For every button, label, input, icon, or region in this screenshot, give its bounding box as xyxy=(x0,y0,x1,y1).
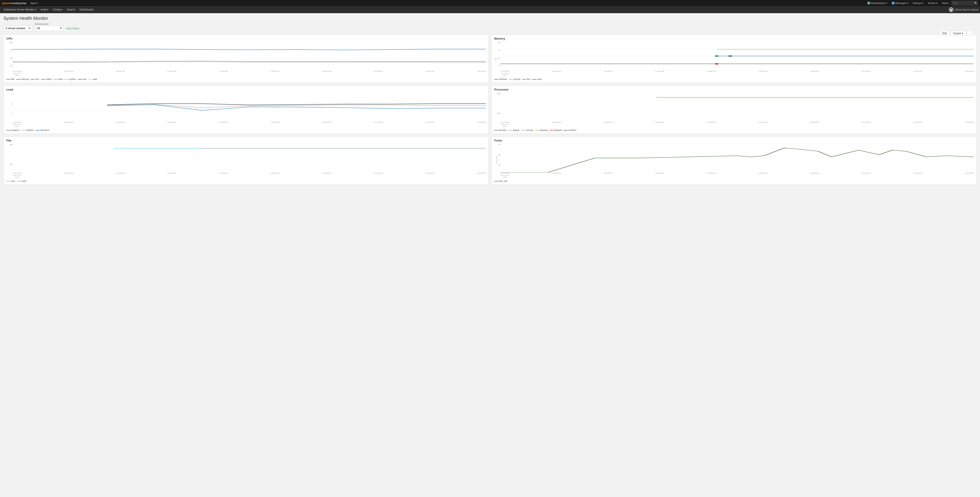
cpu-y-axis: 100755025 xyxy=(6,41,13,72)
load-chart-container: 432 xyxy=(6,92,486,128)
github-app-label: Github App for Splunk xyxy=(955,8,978,11)
search-nav[interactable]: Search xyxy=(65,7,77,13)
memory-chart-title: Memory xyxy=(494,37,974,40)
activity-menu[interactable]: Activity ▾ xyxy=(926,1,939,5)
cpu-legend: idle interrupt nice softirq steal system… xyxy=(6,78,486,80)
processes-legend: blocked paging running sleeping stopped … xyxy=(494,129,974,132)
action-buttons: Edit Export ▾ ... xyxy=(939,31,973,36)
edit-button[interactable]: Edit xyxy=(939,31,950,36)
time-filter-group: 5 minute window 15 minute window 30 minu… xyxy=(3,25,32,31)
svg-point-10 xyxy=(715,56,719,57)
processes-chart-container: 400200 1:37:30 PMThu Jul 152021 1:38:00 … xyxy=(494,92,974,128)
settings-chevron-icon: ▾ xyxy=(922,2,923,5)
memory-svg-area xyxy=(500,41,974,70)
administrator-label: Administrator xyxy=(871,2,885,5)
page-title: System Health Monitor xyxy=(3,16,977,21)
administrator-menu[interactable]: 1 Administrator ▾ xyxy=(865,1,889,5)
more-button[interactable]: ... xyxy=(967,31,973,36)
load-chart-title: Load xyxy=(6,88,486,91)
processes-chart-title: Processes xyxy=(494,88,974,91)
activity-chevron-icon: ▾ xyxy=(936,2,937,5)
forks-x-axis: 1:37:30 PMThu Jul 152021 1:38:00 PM 1:38… xyxy=(500,172,974,179)
file-chart-container: 4M2M 1:37:30 PMThu Jul 152021 1 xyxy=(6,143,486,179)
top-nav-right: 1 Administrator ▾ 2 Messages ▾ Settings … xyxy=(865,1,978,5)
second-navbar: Enterprise Server Monitor ▾ Audit ▾ Conf… xyxy=(0,6,980,13)
env-filter-label: Environment xyxy=(35,23,64,25)
help-label: Help xyxy=(942,2,947,5)
messages-chevron-icon: ▾ xyxy=(907,2,908,5)
processes-y-axis: 400200 xyxy=(494,92,500,123)
help-menu[interactable]: Help ▾ xyxy=(940,1,951,5)
forks-chart-container: 706050 fork_rate 1:37:30 PMThu Jul 15202… xyxy=(494,143,974,179)
memory-x-axis: 1:37:30 PMThu Jul 152021 1:38:00 PM 1:38… xyxy=(500,70,974,77)
memory-y-axis: 2015105 xyxy=(494,41,500,72)
config-label: Config xyxy=(53,8,60,11)
settings-menu[interactable]: Settings ▾ xyxy=(911,1,925,5)
memory-chart-panel: Memory 2015105 GB xyxy=(491,35,977,83)
splunk-logo[interactable]: splunk>enterprise xyxy=(2,2,26,5)
cpu-svg-area xyxy=(13,41,486,70)
svg-point-11 xyxy=(728,56,732,57)
file-y-axis: 4M2M xyxy=(6,143,13,174)
activity-label: Activity xyxy=(928,2,935,5)
processes-svg-area xyxy=(500,92,974,122)
file-chart-panel: File 4M2M 1:37: xyxy=(3,137,489,185)
messages-label: Messages xyxy=(896,2,906,5)
main-content: System Health Monitor Edit Export ▾ ... … xyxy=(0,13,980,187)
file-legend: max used xyxy=(6,180,486,183)
administrator-chevron-icon: ▾ xyxy=(886,2,887,5)
dashboards-nav[interactable]: Dashboards xyxy=(77,7,96,13)
filters-row: 5 minute window 15 minute window 30 minu… xyxy=(3,23,977,31)
top-nav-left: splunk>enterprise Apps ▾ xyxy=(2,1,40,5)
file-svg-area xyxy=(13,143,486,173)
cpu-chart-container: 100755025 xyxy=(6,41,486,77)
help-chevron-icon: ▾ xyxy=(947,2,949,5)
splunk-logo-suffix: >enterprise xyxy=(11,2,26,5)
apps-menu[interactable]: Apps ▾ xyxy=(29,1,40,5)
memory-y-axis-label: GB xyxy=(495,58,497,60)
apps-label: Apps xyxy=(30,2,36,5)
title-area: System Health Monitor Edit Export ▾ ... xyxy=(3,16,977,21)
env-filter-select[interactable]: All Production Staging Development xyxy=(35,26,64,31)
administrator-badge: 1 xyxy=(867,2,870,5)
load-svg-area xyxy=(13,92,486,122)
messages-menu[interactable]: 2 Messages ▾ xyxy=(890,1,910,5)
cpu-x-axis: 1:37:30 PMThu Jul 152021 1:38:00 PM 1:38… xyxy=(13,70,486,77)
dashboards-label: Dashboards xyxy=(80,8,94,11)
memory-chart-container: 2015105 GB xyxy=(494,41,974,77)
forks-legend: fork_rate xyxy=(494,180,974,183)
app-title-nav[interactable]: Enterprise Server Monitor ▾ xyxy=(2,7,38,13)
messages-badge: 2 xyxy=(892,2,895,5)
apps-chevron-icon: ▾ xyxy=(37,2,38,5)
load-chart-panel: Load 432 xyxy=(3,86,489,134)
forks-y-axis-label: fork_rate xyxy=(495,159,498,163)
env-filter-group: Environment All Production Staging Devel… xyxy=(35,23,64,31)
top-navbar: splunk>enterprise Apps ▾ 1 Administrator… xyxy=(0,0,980,6)
load-legend: longterm midterm shortterm xyxy=(6,129,486,132)
hide-filters-button[interactable]: Hide Filters xyxy=(66,26,80,31)
forks-svg-area xyxy=(500,143,974,173)
file-x-axis: 1:37:30 PMThu Jul 152021 1:38:00 PM 1:38… xyxy=(13,172,486,179)
export-button[interactable]: Export ▾ xyxy=(951,31,966,36)
config-chevron-icon: ▾ xyxy=(61,8,62,11)
file-chart-title: File xyxy=(6,139,486,142)
time-filter-select[interactable]: 5 minute window 15 minute window 30 minu… xyxy=(3,26,32,31)
audit-label: Audit xyxy=(40,8,46,11)
load-x-axis: 1:37:30 PMThu Jul 152021 1:38:00 PM 1:38… xyxy=(13,121,486,128)
settings-label: Settings xyxy=(913,2,921,5)
processes-x-axis: 1:37:30 PMThu Jul 152021 1:38:00 PM 1:38… xyxy=(500,121,974,128)
svg-point-12 xyxy=(715,63,719,64)
export-label: Export xyxy=(953,32,961,35)
search-input[interactable] xyxy=(951,1,978,5)
app-title-label: Enterprise Server Monitor xyxy=(4,8,34,11)
search-nav-label: Search xyxy=(67,8,75,11)
github-app[interactable]: Github App for Splunk xyxy=(949,8,978,12)
config-menu[interactable]: Config ▾ xyxy=(51,7,65,13)
audit-menu[interactable]: Audit ▾ xyxy=(38,7,51,13)
github-icon xyxy=(949,8,953,12)
charts-grid: CPU 100755025 xyxy=(3,35,977,185)
app-title-chevron-icon: ▾ xyxy=(35,8,36,11)
second-nav-left: Enterprise Server Monitor ▾ Audit ▾ Conf… xyxy=(2,7,96,13)
search-icon[interactable]: 🔍 xyxy=(974,2,977,5)
forks-chart-panel: Forks 706050 fork_rate xyxy=(491,137,977,185)
